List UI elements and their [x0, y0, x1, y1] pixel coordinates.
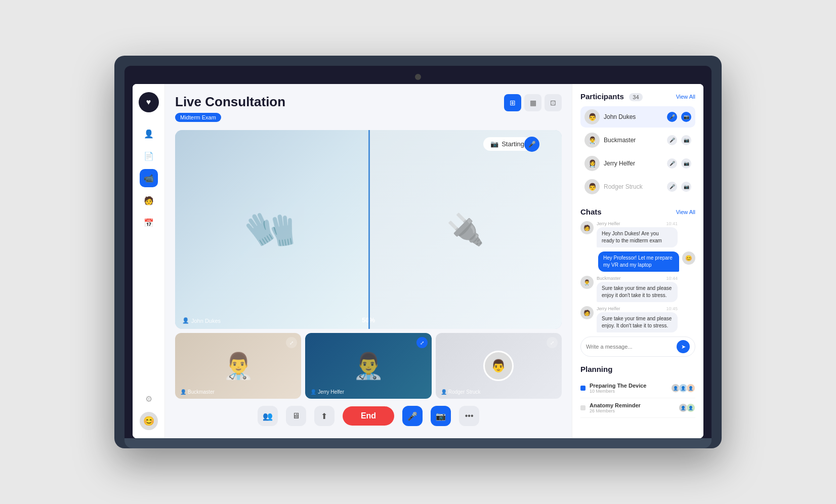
chat-avatar-john: 😊 — [682, 251, 695, 265]
planning-header: Planning — [580, 365, 695, 373]
view-expand-button[interactable]: ⊡ — [545, 94, 562, 111]
thumbnail-row: 👨‍⚕️ ⤢ 👤 Buckmaster 👨‍⚕️ — [175, 333, 562, 399]
jerry-person-icon: 👨‍⚕️ — [353, 351, 384, 381]
participant-john: 👨 John Dukes 🎤 📷 — [580, 106, 695, 128]
chat-msg-3: 👨‍⚕️ Buckmaster 10:44 Sure take your tim… — [580, 276, 695, 302]
more-options-button[interactable]: ••• — [459, 406, 479, 426]
planning-item-2: Anatomy Reminder 26 Members 👤 👤 — [580, 398, 695, 418]
screenshare-button[interactable]: 🖥 — [286, 406, 306, 426]
chat-sender-3: Buckmaster — [597, 276, 621, 281]
chat-avatar-jerry: 🧑 — [580, 221, 594, 234]
rodger-cam-icon[interactable]: 📷 — [681, 182, 691, 192]
video-icon: 📹 — [144, 174, 154, 183]
chat-sender-1: Jerry Helfer — [597, 221, 620, 226]
mic-button[interactable]: 🎤 — [402, 406, 423, 426]
jerry-cam-sym: 📷 — [684, 161, 689, 166]
starting-badge: 📷 Starting 🎤 — [483, 137, 531, 151]
view-list-button[interactable]: ▦ — [524, 94, 541, 111]
sidebar-item-video[interactable]: 📹 — [140, 169, 158, 187]
video-left-panel: 🧤 — [175, 130, 368, 329]
send-icon: ➤ — [681, 344, 686, 350]
participant-buckmaster-name: Buckmaster — [604, 137, 663, 144]
upload-icon: ⬆ — [321, 411, 327, 421]
buckmaster-mic-icon[interactable]: 🎤 — [667, 135, 677, 145]
planning-dot-1 — [580, 386, 586, 391]
planning-avatars-1: 👤 👤 👤 — [671, 384, 695, 393]
chat-input[interactable] — [586, 344, 674, 350]
buckmaster-person-icon: 👨‍⚕️ — [223, 351, 254, 381]
participants-section: Participants 34 View All 👨 John Dukes 🎤 … — [580, 92, 695, 199]
user-label-icon: 👤 — [182, 317, 189, 324]
john-mic-icon[interactable]: 🎤 — [667, 112, 677, 122]
buckmaster-cam-sym: 📷 — [684, 138, 689, 143]
participants-button[interactable]: 👥 — [258, 406, 278, 426]
sidebar-item-calendar[interactable]: 📅 — [140, 214, 158, 232]
rodger-mic-icon[interactable]: 🎤 — [667, 182, 677, 192]
grid-icon: ⊞ — [510, 99, 516, 107]
video-divider — [368, 130, 370, 329]
main-video-user-label: 👤 John Dukes — [182, 317, 221, 324]
expand-thumb-icon: ⤢ — [289, 340, 294, 346]
app-logo[interactable]: ♥ — [139, 92, 159, 112]
rodger-action-btn[interactable]: ⤢ — [547, 337, 558, 348]
starting-label: Starting — [501, 140, 524, 148]
chat-input-row: ➤ — [580, 337, 695, 357]
jerry-action-btn[interactable]: ⤢ — [416, 337, 428, 348]
participant-buckmaster: 👨‍⚕️ Buckmaster 🎤 📷 — [580, 130, 695, 151]
chats-title: Chats — [580, 207, 602, 216]
chats-header: Chats View All — [580, 207, 695, 216]
chat-bubble-4: Sure take your time and please enjoy. It… — [597, 312, 678, 332]
sidebar-item-person[interactable]: 🧑 — [140, 191, 158, 209]
buckmaster-action-btn[interactable]: ⤢ — [286, 337, 297, 348]
sidebar: ♥ 👤 📄 📹 🧑 📅 ⚙ — [133, 84, 165, 438]
screenshare-icon: 🖥 — [292, 411, 300, 421]
buckmaster-user-icon: 👤 — [180, 389, 186, 395]
jerry-cam-icon[interactable]: 📷 — [681, 158, 691, 169]
avatar-icon: 😊 — [143, 415, 154, 427]
view-grid-button[interactable]: ⊞ — [504, 94, 521, 111]
list-icon: ▦ — [530, 99, 536, 107]
chat-bubble-3: Sure take your time and please enjoy it … — [597, 282, 678, 302]
sidebar-item-user[interactable]: 👤 — [140, 124, 158, 143]
sidebar-item-document[interactable]: 📄 — [140, 147, 158, 165]
participants-view-all[interactable]: View All — [676, 94, 695, 100]
upload-button[interactable]: ⬆ — [314, 406, 335, 426]
buckmaster-avatar-icon: 👨‍⚕️ — [588, 136, 597, 144]
rodger-label: 👤 Rodger Struck — [441, 389, 481, 395]
participant-john-name: John Dukes — [604, 113, 663, 120]
buckmaster-mic-sym: 🎤 — [670, 138, 675, 143]
john-cam-icon[interactable]: 📷 — [681, 112, 691, 122]
page-header: Live Consultation Midterm Exam ⊞ ▦ ⊡ — [175, 94, 562, 122]
chat-messages: 🧑 Jerry Helfer 10:41 Hey John Dukes! Are… — [580, 221, 695, 332]
mic-badge-button[interactable]: 🎤 — [524, 137, 539, 152]
jerry-mic-icon[interactable]: 🎤 — [667, 158, 677, 169]
chat-sender-4: Jerry Helfer — [597, 306, 620, 311]
camera-notch — [415, 74, 421, 80]
chat-msg-1: 🧑 Jerry Helfer 10:41 Hey John Dukes! Are… — [580, 221, 695, 247]
chats-view-all[interactable]: View All — [676, 209, 695, 215]
chat-msg-4: 🧑 Jerry Helfer 10:45 Sure take your time… — [580, 306, 695, 332]
participants-count: 34 — [629, 93, 642, 101]
camera-toolbar-icon: 📷 — [436, 411, 446, 421]
jerry-user-icon: 👤 — [310, 389, 316, 395]
participant-rodger-avatar: 👨 — [584, 179, 600, 194]
sidebar-item-settings[interactable]: ⚙ — [140, 390, 158, 408]
camera-button[interactable]: 📷 — [431, 406, 451, 426]
jerry-label: 👤 Jerry Helfer — [310, 389, 344, 395]
end-button[interactable]: End — [343, 406, 394, 426]
chat-avatar-buck: 👨‍⚕️ — [580, 276, 594, 289]
buckmaster-cam-icon[interactable]: 📷 — [681, 135, 691, 145]
chat-meta-4: Jerry Helfer 10:45 — [597, 306, 678, 311]
page-title: Live Consultation — [175, 94, 285, 110]
chat-msg-2: 😊 Hey Professor! Let me prepare my VR an… — [580, 251, 695, 272]
header-left: Live Consultation Midterm Exam — [175, 94, 285, 122]
jerry-btn-icon: ⤢ — [420, 340, 424, 346]
chat-bubble-2: Hey Professor! Let me prepare my VR and … — [598, 251, 679, 272]
chat-send-button[interactable]: ➤ — [677, 340, 690, 353]
settings-icon: ⚙ — [145, 394, 152, 404]
chat-bubble-wrap-3: Buckmaster 10:44 Sure take your time and… — [597, 276, 678, 302]
rodger-avatar-icon: 👨 — [491, 359, 506, 373]
participants-header: Participants 34 View All — [580, 92, 695, 101]
mic-toolbar-icon: 🎤 — [407, 411, 417, 421]
user-avatar[interactable]: 😊 — [140, 412, 158, 430]
